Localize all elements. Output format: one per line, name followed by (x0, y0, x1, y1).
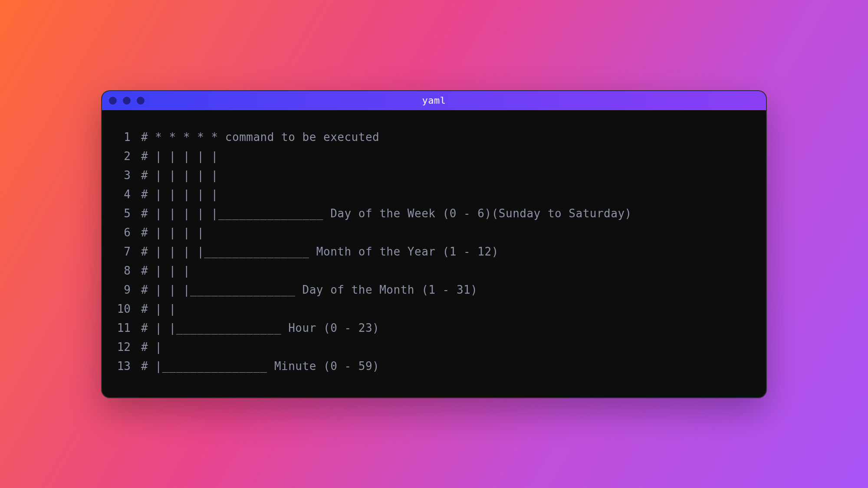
line-content: # | |_______________ Hour (0 - 23) (141, 318, 379, 337)
line-number: 13 (102, 357, 141, 376)
code-window: yaml 1 # * * * * * command to be execute… (101, 90, 767, 398)
line-number: 5 (102, 204, 141, 223)
line-number: 4 (102, 185, 141, 204)
code-line: 9 # | | |_______________ Day of the Mont… (102, 280, 766, 299)
maximize-button[interactable] (137, 97, 145, 105)
line-content: # |_______________ Minute (0 - 59) (141, 357, 379, 376)
code-line: 1 # * * * * * command to be executed (102, 128, 766, 147)
code-line: 7 # | | | |_______________ Month of the … (102, 242, 766, 261)
code-line: 3 # | | | | | (102, 166, 766, 185)
line-number: 9 (102, 280, 141, 299)
line-content: # * * * * * command to be executed (141, 128, 379, 147)
minimize-button[interactable] (123, 97, 131, 105)
line-number: 6 (102, 223, 141, 242)
line-content: # | | (141, 299, 176, 318)
line-number: 7 (102, 242, 141, 261)
line-content: # | | |_______________ Day of the Month … (141, 280, 477, 299)
titlebar: yaml (102, 91, 766, 110)
code-line: 8 # | | | (102, 261, 766, 280)
line-content: # | (141, 337, 162, 357)
line-content: # | | | | | (141, 147, 218, 166)
code-line: 13 # |_______________ Minute (0 - 59) (102, 357, 766, 376)
code-line: 5 # | | | | |_______________ Day of the … (102, 204, 766, 223)
code-line: 2 # | | | | | (102, 147, 766, 166)
line-number: 10 (102, 299, 141, 318)
line-content: # | | | | | (141, 185, 218, 204)
code-line: 6 # | | | | (102, 223, 766, 242)
traffic-lights (109, 97, 145, 105)
code-line: 4 # | | | | | (102, 185, 766, 204)
line-content: # | | | | (141, 223, 204, 242)
code-line: 11 # | |_______________ Hour (0 - 23) (102, 318, 766, 337)
code-line: 12 # | (102, 337, 766, 357)
line-number: 3 (102, 166, 141, 185)
line-number: 2 (102, 147, 141, 166)
line-content: # | | | (141, 261, 190, 280)
line-number: 12 (102, 337, 141, 357)
line-number: 11 (102, 318, 141, 337)
line-content: # | | | | | (141, 166, 218, 185)
line-content: # | | | |_______________ Month of the Ye… (141, 242, 499, 261)
close-button[interactable] (109, 97, 117, 105)
line-content: # | | | | |_______________ Day of the We… (141, 204, 632, 223)
code-editor[interactable]: 1 # * * * * * command to be executed 2 #… (102, 110, 766, 393)
line-number: 1 (102, 128, 141, 147)
line-number: 8 (102, 261, 141, 280)
window-title: yaml (422, 95, 446, 106)
code-line: 10 # | | (102, 299, 766, 318)
